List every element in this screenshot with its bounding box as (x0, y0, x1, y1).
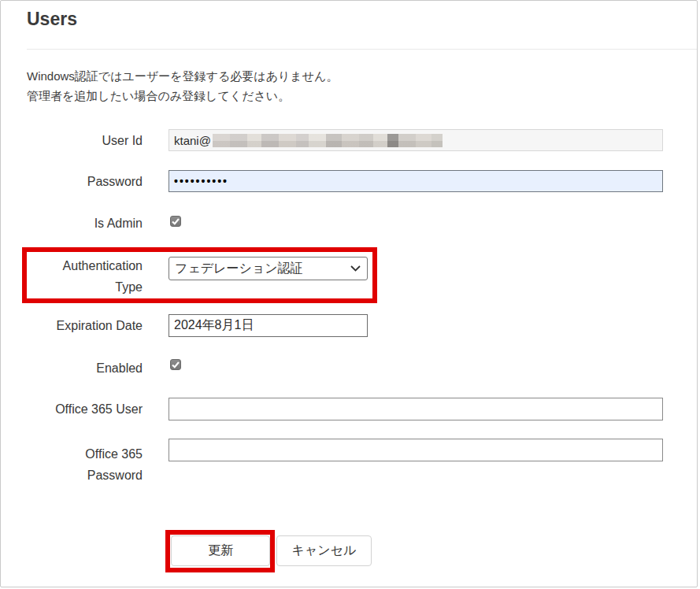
office365-password-label-line1: Office 365 (17, 443, 143, 465)
cancel-button[interactable]: キャンセル (276, 535, 372, 566)
expiration-date-input[interactable] (169, 314, 368, 337)
enabled-label: Enabled (17, 360, 143, 377)
authentication-type-label-line1: Authentication (17, 255, 143, 276)
title-divider (27, 49, 697, 50)
office365-password-input[interactable] (169, 439, 663, 461)
enabled-checkbox[interactable] (170, 359, 181, 370)
authentication-type-select[interactable]: フェデレーション認証 (169, 257, 368, 280)
redacted-email-domain (213, 134, 443, 147)
office365-password-label-line2: Password (17, 465, 143, 486)
is-admin-label: Is Admin (17, 215, 143, 232)
password-label: Password (17, 173, 143, 191)
authentication-type-selected-option: フェデレーション認証 (175, 261, 303, 277)
page-title: Users (27, 8, 77, 30)
expiration-date-label: Expiration Date (17, 317, 143, 335)
update-button[interactable]: 更新 (171, 535, 270, 566)
checkmark-icon (172, 218, 180, 225)
authentication-type-label-line2: Type (17, 276, 143, 298)
chevron-down-icon (350, 265, 361, 272)
instructions-text: Windows認証ではユーザーを登録する必要はありません。 管理者を追加したい場… (27, 66, 338, 106)
checkmark-icon (172, 361, 180, 369)
is-admin-checkbox[interactable] (170, 216, 181, 227)
instructions-line-1: Windows認証ではユーザーを登録する必要はありません。 (27, 66, 338, 86)
users-page-card: Users Windows認証ではユーザーを登録する必要はありません。 管理者を… (0, 0, 698, 587)
authentication-type-label: Authentication Type (17, 255, 143, 298)
instructions-line-2: 管理者を追加したい場合のみ登録してください。 (27, 86, 338, 106)
office365-user-label: Office 365 User (17, 401, 143, 418)
office365-password-label: Office 365 Password (17, 443, 143, 486)
user-id-input[interactable]: ktani@ (169, 129, 663, 151)
user-id-label: User Id (17, 132, 143, 150)
password-input[interactable] (169, 170, 663, 192)
user-id-value: ktani@ (174, 134, 211, 147)
office365-user-input[interactable] (169, 398, 663, 420)
